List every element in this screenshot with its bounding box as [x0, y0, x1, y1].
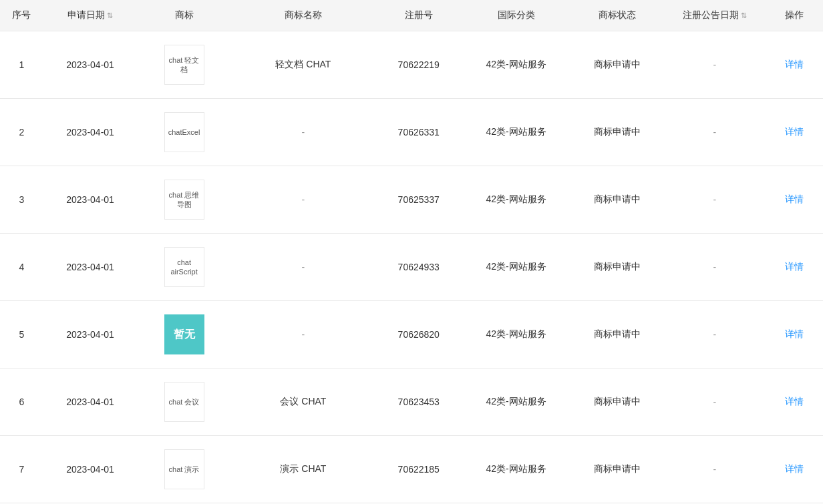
table-row: 52023-04-01暂无-7062682042类-网站服务商标申请中-详情	[0, 301, 823, 368]
trademark-table: 序号 申请日期 商标 商标名称 注册号 国际分类 商标状态 注册公告日期 操作 …	[0, 0, 823, 504]
cell-apply-date: 2023-04-01	[43, 31, 137, 99]
brand-image: chat airScript	[164, 247, 204, 287]
brand-image: chat 思维导图	[164, 180, 204, 220]
cell-seq: 7	[0, 436, 43, 503]
cell-seq: 3	[0, 166, 43, 234]
detail-link[interactable]: 详情	[785, 126, 804, 137]
cell-apply-date: 2023-04-01	[43, 301, 137, 368]
cell-status: 商标申请中	[570, 234, 664, 301]
cell-status: 商标申请中	[570, 31, 664, 99]
cell-brand: chat 会议	[137, 368, 230, 436]
col-header-seq: 序号	[0, 0, 43, 31]
detail-link[interactable]: 详情	[785, 328, 804, 339]
cell-pub-date: -	[664, 166, 765, 234]
cell-intl-class: 42类-网站服务	[462, 234, 570, 301]
cell-pub-date: -	[664, 99, 765, 166]
col-header-intl-class: 国际分类	[462, 0, 570, 31]
detail-link[interactable]: 详情	[785, 396, 804, 407]
cell-apply-date: 2023-04-01	[43, 234, 137, 301]
col-header-brand-name: 商标名称	[231, 0, 375, 31]
cell-brand-name: 演示 CHAT	[231, 436, 375, 503]
cell-action: 详情	[765, 436, 823, 503]
cell-brand-name: 会议 CHAT	[231, 368, 375, 436]
table-row: 32023-04-01chat 思维导图-7062533742类-网站服务商标申…	[0, 166, 823, 234]
cell-seq: 4	[0, 234, 43, 301]
cell-apply-date: 2023-04-01	[43, 166, 137, 234]
cell-pub-date: -	[664, 234, 765, 301]
cell-pub-date: -	[664, 436, 765, 503]
detail-link[interactable]: 详情	[785, 194, 804, 204]
table-row: 22023-04-01chatExcel-7062633142类-网站服务商标申…	[0, 99, 823, 166]
cell-action: 详情	[765, 99, 823, 166]
table-row: 62023-04-01chat 会议会议 CHAT7062345342类-网站服…	[0, 368, 823, 436]
cell-seq: 2	[0, 99, 43, 166]
cell-action: 详情	[765, 368, 823, 436]
cell-brand-name: -	[231, 166, 375, 234]
cell-pub-date: -	[664, 301, 765, 368]
col-header-pub-date[interactable]: 注册公告日期	[664, 0, 765, 31]
brand-image: chat 会议	[164, 382, 204, 422]
table-row: 12023-04-01chat 轻文档轻文档 CHAT7062221942类-网…	[0, 31, 823, 99]
detail-link[interactable]: 详情	[785, 59, 804, 69]
cell-reg-no: 70622185	[375, 436, 462, 503]
cell-intl-class: 42类-网站服务	[462, 368, 570, 436]
cell-intl-class: 42类-网站服务	[462, 301, 570, 368]
cell-brand-name: 轻文档 CHAT	[231, 31, 375, 99]
col-header-brand: 商标	[137, 0, 230, 31]
cell-apply-date: 2023-04-01	[43, 99, 137, 166]
cell-reg-no: 70625337	[375, 166, 462, 234]
cell-brand: chat 思维导图	[137, 166, 230, 234]
cell-pub-date: -	[664, 368, 765, 436]
cell-status: 商标申请中	[570, 436, 664, 503]
brand-image: chat 演示	[164, 449, 204, 489]
cell-reg-no: 70626331	[375, 99, 462, 166]
col-header-status: 商标状态	[570, 0, 664, 31]
cell-pub-date: -	[664, 31, 765, 99]
cell-intl-class: 42类-网站服务	[462, 99, 570, 166]
cell-status: 商标申请中	[570, 99, 664, 166]
cell-apply-date: 2023-04-01	[43, 436, 137, 503]
cell-action: 详情	[765, 301, 823, 368]
brand-image: 暂无	[164, 314, 204, 354]
col-header-action: 操作	[765, 0, 823, 31]
table-header-row: 序号 申请日期 商标 商标名称 注册号 国际分类 商标状态 注册公告日期 操作	[0, 0, 823, 31]
cell-brand: 暂无	[137, 301, 230, 368]
cell-status: 商标申请中	[570, 368, 664, 436]
cell-brand: chat 演示	[137, 436, 230, 503]
cell-intl-class: 42类-网站服务	[462, 436, 570, 503]
brand-image: chatExcel	[164, 112, 204, 152]
cell-seq: 1	[0, 31, 43, 99]
cell-intl-class: 42类-网站服务	[462, 31, 570, 99]
detail-link[interactable]: 详情	[785, 463, 804, 474]
cell-reg-no: 70622219	[375, 31, 462, 99]
cell-reg-no: 70626820	[375, 301, 462, 368]
table-row: 42023-04-01chat airScript-7062493342类-网站…	[0, 234, 823, 301]
cell-brand: chatExcel	[137, 99, 230, 166]
brand-image: chat 轻文档	[164, 45, 204, 85]
cell-apply-date: 2023-04-01	[43, 368, 137, 436]
cell-brand-name: -	[231, 234, 375, 301]
cell-brand-name: -	[231, 99, 375, 166]
cell-status: 商标申请中	[570, 301, 664, 368]
cell-intl-class: 42类-网站服务	[462, 166, 570, 234]
cell-brand: chat airScript	[137, 234, 230, 301]
table-container: 序号 申请日期 商标 商标名称 注册号 国际分类 商标状态 注册公告日期 操作 …	[0, 0, 823, 504]
cell-seq: 6	[0, 368, 43, 436]
cell-reg-no: 70623453	[375, 368, 462, 436]
table-row: 72023-04-01chat 演示演示 CHAT7062218542类-网站服…	[0, 436, 823, 503]
col-header-reg-no: 注册号	[375, 0, 462, 31]
cell-action: 详情	[765, 234, 823, 301]
cell-seq: 5	[0, 301, 43, 368]
cell-action: 详情	[765, 31, 823, 99]
cell-reg-no: 70624933	[375, 234, 462, 301]
col-header-apply-date[interactable]: 申请日期	[43, 0, 137, 31]
detail-link[interactable]: 详情	[785, 261, 804, 272]
cell-brand: chat 轻文档	[137, 31, 230, 99]
cell-status: 商标申请中	[570, 166, 664, 234]
cell-brand-name: -	[231, 301, 375, 368]
cell-action: 详情	[765, 166, 823, 234]
